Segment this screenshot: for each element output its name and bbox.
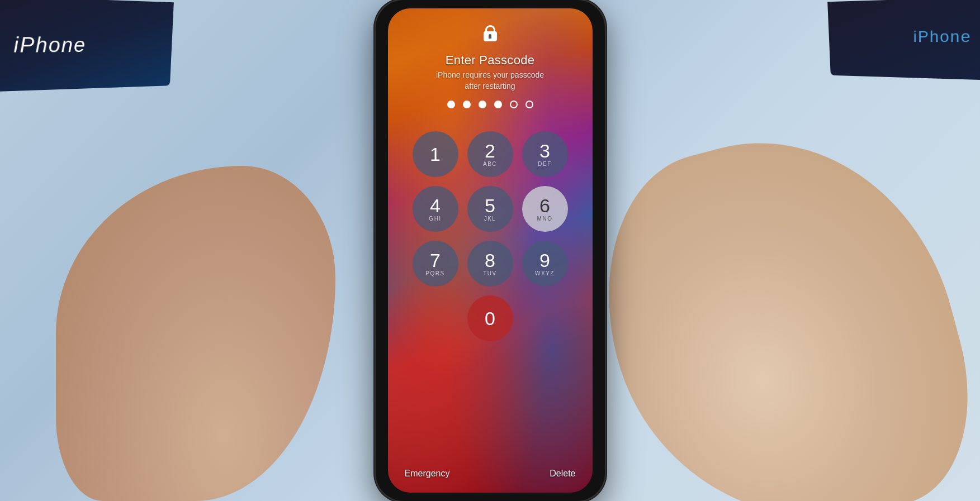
- key-1[interactable]: 1: [413, 131, 458, 177]
- iphone-body: Enter Passcode iPhone requires your pass…: [376, 0, 605, 501]
- keypad: 1 2 ABC 3 DEF 4 GHI: [388, 131, 593, 341]
- key-4[interactable]: 4 GHI: [413, 186, 458, 232]
- iphone-box-left-text: iPhone: [13, 33, 86, 58]
- passcode-title-area: Enter Passcode iPhone requires your pass…: [388, 53, 593, 92]
- dot-6: [525, 101, 533, 108]
- key-5[interactable]: 5 JKL: [467, 186, 513, 232]
- keypad-row-1: 1 2 ABC 3 DEF: [413, 131, 568, 177]
- dot-5: [510, 101, 518, 108]
- keypad-row-2: 4 GHI 5 JKL 6 MNO: [413, 186, 568, 232]
- key-9[interactable]: 9 WXYZ: [522, 241, 568, 287]
- lock-body: [484, 31, 497, 41]
- iphone-box-right: iPhone: [827, 0, 980, 80]
- passcode-dots: [388, 101, 593, 108]
- iphone-box-left: iPhone: [0, 0, 174, 92]
- key-3[interactable]: 3 DEF: [522, 131, 568, 177]
- passcode-title: Enter Passcode: [388, 53, 593, 68]
- iphone-screen: Enter Passcode iPhone requires your pass…: [388, 8, 593, 493]
- dot-4: [494, 101, 502, 108]
- dot-2: [463, 101, 471, 108]
- bottom-actions: Emergency Delete: [388, 469, 593, 479]
- key-0[interactable]: 0: [467, 295, 513, 341]
- lock-keyhole: [489, 34, 491, 39]
- keypad-row-zero: 0: [467, 295, 513, 341]
- key-8[interactable]: 8 TUV: [467, 241, 513, 287]
- key-2[interactable]: 2 ABC: [467, 131, 513, 177]
- lock-icon: [481, 25, 499, 43]
- delete-button[interactable]: Delete: [550, 469, 575, 479]
- key-7[interactable]: 7 PQRS: [413, 241, 458, 287]
- iphone-box-right-text: iPhone: [913, 27, 971, 46]
- passcode-subtitle: iPhone requires your passcode after rest…: [388, 70, 593, 92]
- dot-3: [479, 101, 486, 108]
- keypad-row-3: 7 PQRS 8 TUV 9 WXYZ: [413, 241, 568, 287]
- iphone-device: Enter Passcode iPhone requires your pass…: [364, 0, 616, 501]
- key-6[interactable]: 6 MNO: [522, 186, 568, 232]
- dot-1: [447, 101, 455, 108]
- emergency-button[interactable]: Emergency: [405, 469, 450, 479]
